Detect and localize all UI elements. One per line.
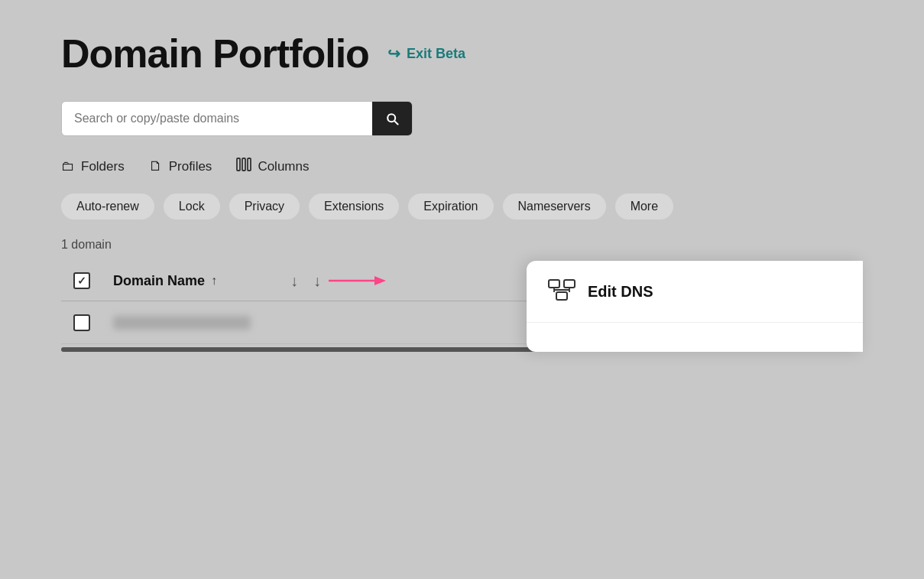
tag-nameservers[interactable]: Nameservers bbox=[503, 194, 606, 220]
domain-count: 1 domain bbox=[61, 238, 863, 252]
tag-auto-renew[interactable]: Auto-renew bbox=[61, 194, 154, 220]
folder-icon: 🗀 bbox=[61, 158, 75, 174]
folders-label: Folders bbox=[81, 159, 125, 174]
pink-arrow-right-header bbox=[329, 272, 390, 290]
domain-name-header: Domain Name ↑ bbox=[113, 273, 217, 289]
svg-rect-7 bbox=[549, 280, 559, 288]
svg-rect-8 bbox=[564, 280, 575, 288]
columns-icon bbox=[236, 158, 251, 175]
search-icon bbox=[384, 111, 400, 126]
checkmark-icon: ✓ bbox=[77, 275, 86, 287]
sort-ascending-icon: ↑ bbox=[211, 274, 217, 288]
exit-beta-label: Exit Beta bbox=[407, 46, 465, 62]
svg-rect-1 bbox=[242, 158, 245, 171]
folders-filter[interactable]: 🗀 Folders bbox=[61, 158, 125, 174]
table-container: ✓ Domain Name ↑ ↓ ↓ bbox=[61, 261, 863, 352]
domain-name-cell bbox=[113, 316, 251, 330]
profiles-filter[interactable]: 🗋 Profiles bbox=[149, 158, 212, 174]
profiles-label: Profiles bbox=[169, 159, 212, 174]
columns-label: Columns bbox=[258, 159, 309, 174]
domain-name-label: Domain Name bbox=[113, 273, 205, 289]
exit-beta-button[interactable]: ↪ Exit Beta bbox=[387, 44, 465, 63]
search-input[interactable] bbox=[62, 102, 372, 135]
profile-icon: 🗋 bbox=[149, 158, 163, 174]
search-box bbox=[61, 101, 413, 136]
tag-expiration[interactable]: Expiration bbox=[408, 194, 493, 220]
tag-privacy[interactable]: Privacy bbox=[229, 194, 300, 220]
tag-lock[interactable]: Lock bbox=[164, 194, 220, 220]
svg-rect-2 bbox=[248, 158, 251, 171]
search-button[interactable] bbox=[372, 102, 412, 135]
columns-filter[interactable]: Columns bbox=[236, 158, 309, 175]
page-title: Domain Portfolio bbox=[61, 31, 369, 76]
row-checkbox[interactable] bbox=[73, 314, 90, 331]
exit-icon: ↪ bbox=[387, 44, 400, 63]
svg-marker-4 bbox=[374, 276, 386, 285]
edit-dns-label: Edit DNS bbox=[588, 283, 653, 301]
tag-extensions[interactable]: Extensions bbox=[309, 194, 399, 220]
edit-dns-item[interactable]: Edit DNS bbox=[527, 261, 863, 323]
dns-icon bbox=[548, 279, 575, 304]
select-all-checkbox[interactable]: ✓ bbox=[73, 272, 90, 289]
popup-panel: Edit DNS bbox=[527, 261, 863, 352]
tag-more[interactable]: More bbox=[615, 194, 673, 220]
svg-rect-0 bbox=[237, 158, 240, 171]
svg-rect-9 bbox=[556, 292, 567, 300]
